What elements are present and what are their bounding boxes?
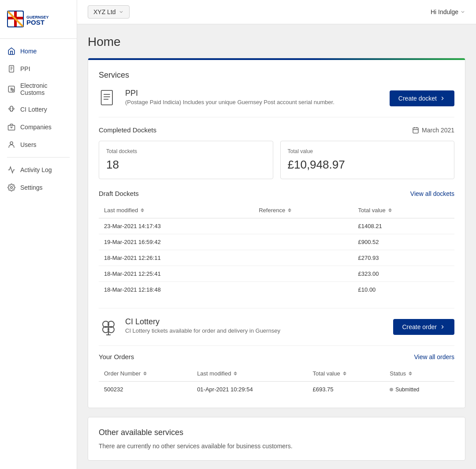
draft-dockets-thead: Last modified Reference [99,203,454,218]
other-services-text: There are currently no other services av… [99,443,454,450]
cell-reference [253,266,353,282]
view-all-dockets-link[interactable]: View all dockets [410,190,454,197]
svg-point-21 [11,187,13,189]
create-docket-label: Create docket [398,95,437,102]
table-row: 18-Mar-2021 12:26:11 £270.93 [99,250,454,266]
date-filter[interactable]: March 2021 [412,127,454,134]
svg-point-13 [10,108,11,109]
cell-last-modified: 18-Mar-2021 12:18:48 [99,282,253,298]
sort-icon-last-modified [141,208,144,212]
sidebar-item-electronic-customs-label: Electronic Customs [20,82,70,96]
ppi-info: PPI (Postage Paid Indicia) Includes your… [99,89,335,108]
table-row: 23-Mar-2021 14:17:43 £1408.21 [99,218,454,234]
completed-dockets-header: Completed Dockets March 2021 [99,126,454,134]
th-orders-last-modified-label: Last modified [197,370,231,377]
sidebar-item-ci-lottery[interactable]: CI Lottery [0,101,77,118]
th-total-value-label: Total value [358,207,386,214]
other-services-card: Other available services There are curre… [88,417,465,461]
cell-total-value: £323.00 [353,266,454,282]
th-reference-label: Reference [259,207,285,214]
chevron-right-icon-2 [439,324,446,330]
th-total-value[interactable]: Total value [353,203,454,218]
sidebar-item-home-label: Home [20,48,37,55]
svg-rect-26 [413,128,418,133]
svg-point-16 [12,110,13,111]
status-badge: Submitted [390,386,419,393]
home-icon [7,47,16,56]
logo-area: GUERNSEY POST [0,0,77,39]
create-order-label: Create order [402,323,437,330]
cell-last-modified: 23-Mar-2021 14:17:43 [99,218,253,234]
activity-icon [7,165,16,174]
cell-last-modified: 19-Mar-2021 16:59:42 [99,234,253,250]
sidebar-item-companies[interactable]: Companies [0,118,77,136]
user-greeting[interactable]: Hi Indulge [431,8,465,15]
sort-icon-orders-last-modified [234,371,237,375]
ppi-name: PPI [125,89,335,98]
completed-dockets-section: Completed Dockets March 2021 Total docke… [99,126,454,179]
page-title: Home [88,35,465,49]
sort-icon-order-number [143,371,147,375]
th-orders-total-value[interactable]: Total value [308,366,385,382]
cell-last-modified: 18-Mar-2021 12:26:11 [99,250,253,266]
cell-total-value: £10.00 [353,282,454,298]
th-status-label: Status [390,370,406,377]
cell-reference [253,250,353,266]
th-status[interactable]: Status [384,366,454,382]
total-value-box: Total value £10,948.97 [280,141,455,179]
create-docket-button[interactable]: Create docket [390,90,454,106]
services-title: Services [99,71,454,80]
ppi-description: (Postage Paid Indicia) Includes your uni… [125,99,335,105]
ppi-service-icon [99,89,118,108]
svg-text:POST: POST [26,19,45,26]
table-row: 18-Mar-2021 12:25:41 £323.00 [99,266,454,282]
th-order-number[interactable]: Order Number [99,366,192,382]
sidebar-item-users[interactable]: Users [0,136,77,154]
total-dockets-box: Total dockets 18 [99,141,273,179]
company-selector[interactable]: XYZ Ltd [88,5,130,19]
th-reference[interactable]: Reference [253,203,353,218]
nav-divider [7,157,70,158]
sort-icon-orders-total-value [343,371,346,375]
cell-reference [253,234,353,250]
your-orders-section: Your Orders View all orders Order Number [99,345,454,397]
sidebar-item-settings-label: Settings [20,184,43,191]
your-orders-tbody: 500232 01-Apr-2021 10:29:54 £693.75 Subm… [99,382,454,398]
sort-icon-status [409,371,412,375]
draft-dockets-title: Draft Dockets [99,190,139,197]
svg-rect-12 [12,89,14,91]
lottery-info: CI Lottery CI Lottery tickets available … [99,317,280,337]
lottery-text: CI Lottery CI Lottery tickets available … [125,317,280,334]
sidebar-item-home[interactable]: Home [0,42,77,60]
create-order-button[interactable]: Create order [393,319,454,335]
table-row: 18-Mar-2021 12:18:48 £10.00 [99,282,454,298]
cell-total-value: £1408.21 [353,218,454,234]
th-orders-last-modified[interactable]: Last modified [192,366,307,382]
draft-dockets-header: Draft Dockets View all dockets [99,190,454,197]
sidebar-item-activity-log[interactable]: Activity Log [0,161,77,179]
th-orders-total-value-label: Total value [313,370,340,377]
sidebar-item-activity-log-label: Activity Log [20,166,52,173]
sidebar-item-ppi[interactable]: PPI [0,60,77,78]
sidebar-item-electronic-customs[interactable]: Electronic Customs [0,78,77,101]
settings-icon [7,183,16,192]
draft-dockets-table: Last modified Reference [99,203,454,297]
cell-status: Submitted [384,382,454,398]
cell-total-value: £270.93 [353,250,454,266]
sidebar-item-settings[interactable]: Settings [0,179,77,196]
cell-order-number: 500232 [99,382,192,398]
status-dot [390,388,393,391]
your-orders-title: Your Orders [99,353,134,360]
svg-point-20 [10,142,13,144]
cell-reference [253,218,353,234]
cell-last-modified: 18-Mar-2021 12:25:41 [99,266,253,282]
lottery-service-row: CI Lottery CI Lottery tickets available … [99,308,454,337]
cell-total-value: £900.52 [353,234,454,250]
ppi-text: PPI (Postage Paid Indicia) Includes your… [125,89,335,105]
draft-dockets-tbody: 23-Mar-2021 14:17:43 £1408.21 19-Mar-202… [99,218,454,298]
your-orders-thead: Order Number Last modified [99,366,454,382]
user-chevron-icon [460,9,465,15]
sidebar-item-ci-lottery-label: CI Lottery [20,106,47,113]
th-last-modified[interactable]: Last modified [99,203,253,218]
view-all-orders-link[interactable]: View all orders [414,353,454,360]
